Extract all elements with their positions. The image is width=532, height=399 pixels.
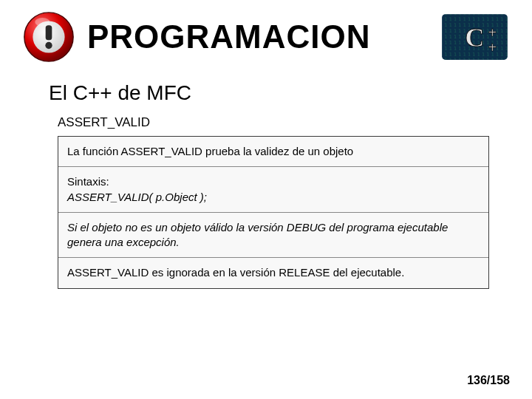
cpp-logo-icon: 1 C + +: [440, 10, 510, 64]
box-row-release-note: ASSERT_VALID es ignorada en la versión R…: [58, 258, 488, 287]
svg-text:+: +: [488, 39, 497, 55]
syntax-label: Sintaxis:: [67, 174, 480, 189]
box-row-syntax: Sintaxis: ASSERT_VALID( p.Object );: [58, 167, 488, 213]
svg-point-3: [45, 42, 52, 49]
page-number: 136/158: [467, 374, 510, 387]
slide-subtitle: El C++ de MFC: [49, 81, 510, 105]
section-label: ASSERT_VALID: [58, 115, 510, 130]
svg-point-4: [35, 18, 50, 27]
slide-header: PROGRAMACION 1 C + +: [22, 10, 510, 64]
alert-icon: [22, 10, 75, 64]
svg-rect-2: [46, 25, 52, 40]
svg-text:C: C: [465, 23, 484, 52]
content-box: La función ASSERT_VALID prueba la valide…: [58, 136, 489, 289]
slide-title: PROGRAMACION: [87, 18, 371, 55]
syntax-code: ASSERT_VALID( p.Object );: [67, 190, 480, 205]
box-row-debug-note: Si el objeto no es un objeto válido la v…: [58, 213, 488, 259]
slide: PROGRAMACION 1 C + + El C++ de MFC ASSER…: [0, 0, 532, 399]
box-row-description: La función ASSERT_VALID prueba la valide…: [58, 137, 488, 167]
svg-text:+: +: [488, 24, 497, 41]
